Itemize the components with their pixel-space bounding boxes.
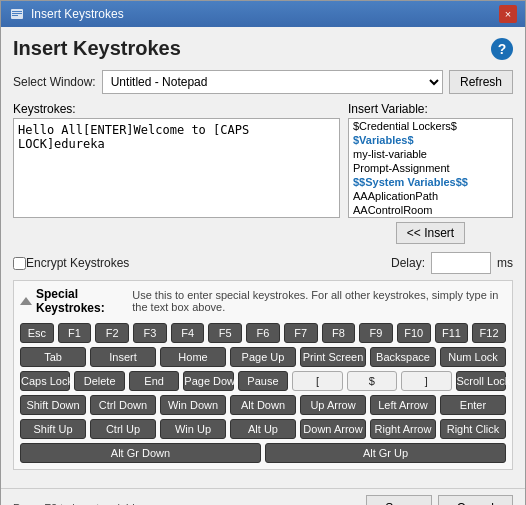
keyboard-row: TabInsertHomePage UpPrint ScreenBackspac… (20, 347, 506, 367)
variable-item[interactable]: $Variables$ (349, 133, 512, 147)
key-win-down[interactable]: Win Down (160, 395, 226, 415)
save-button[interactable]: Save (366, 495, 431, 505)
variable-item[interactable]: AAAplicationPath (349, 189, 512, 203)
key-up-arrow[interactable]: Up Arrow (300, 395, 366, 415)
key-alt-down[interactable]: Alt Down (230, 395, 296, 415)
key-home[interactable]: Home (160, 347, 226, 367)
encrypt-delay-row: Encrypt Keystrokes Delay: 0 ms (13, 252, 513, 274)
refresh-button[interactable]: Refresh (449, 70, 513, 94)
key-page-up[interactable]: Page Up (230, 347, 296, 367)
variable-item[interactable]: AAControlRoom (349, 203, 512, 217)
select-window-label: Select Window: (13, 75, 96, 89)
key-right-click[interactable]: Right Click (440, 419, 506, 439)
title-bar: Insert Keystrokes × (1, 1, 525, 27)
encrypt-label: Encrypt Keystrokes (26, 256, 129, 270)
special-title: Special Keystrokes: (36, 287, 128, 315)
insert-keystrokes-dialog: Insert Keystrokes × Insert Keystrokes ? … (0, 0, 526, 505)
triangle-icon (20, 297, 32, 305)
dialog-title-row: Insert Keystrokes ? (13, 37, 513, 60)
insert-button[interactable]: << Insert (396, 222, 465, 244)
keystrokes-label: Keystrokes: (13, 102, 340, 116)
key-num-lock[interactable]: Num Lock (440, 347, 506, 367)
variable-item[interactable]: Prompt-Assignment (349, 161, 512, 175)
delay-input[interactable]: 0 (431, 252, 491, 274)
window-select[interactable]: Untitled - Notepad (102, 70, 443, 94)
keyboard-row: Shift DownCtrl DownWin DownAlt DownUp Ar… (20, 395, 506, 415)
encrypt-checkbox[interactable] (13, 257, 26, 270)
variable-list[interactable]: $Credential Lockers$$Variables$my-list-v… (349, 119, 512, 217)
key-f8[interactable]: F8 (322, 323, 356, 343)
key-f12[interactable]: F12 (472, 323, 506, 343)
key-f1[interactable]: F1 (58, 323, 92, 343)
keyboard-row: Alt Gr DownAlt Gr Up (20, 443, 506, 463)
svg-rect-1 (12, 11, 22, 12)
key-down-arrow[interactable]: Down Arrow (300, 419, 366, 439)
key-end[interactable]: End (129, 371, 179, 391)
key-win-up[interactable]: Win Up (160, 419, 226, 439)
key-f4[interactable]: F4 (171, 323, 205, 343)
main-content: Keystrokes: Insert Variable: $Credential… (13, 102, 513, 244)
insert-btn-row: << Insert (348, 222, 513, 244)
help-button[interactable]: ? (491, 38, 513, 60)
key-shift-up[interactable]: Shift Up (20, 419, 86, 439)
svg-rect-3 (12, 15, 18, 16)
key-caps-lock[interactable]: Caps Lock (20, 371, 70, 391)
keyboard-grid: EscF1F2F3F4F5F6F7F8F9F10F11F12TabInsertH… (20, 323, 506, 463)
delay-row: Delay: 0 ms (391, 252, 513, 274)
key-f9[interactable]: F9 (359, 323, 393, 343)
key-backspace[interactable]: Backspace (370, 347, 436, 367)
key-f2[interactable]: F2 (95, 323, 129, 343)
key-$[interactable]: $ (347, 371, 397, 391)
key-scroll-lock[interactable]: Scroll Lock (456, 371, 506, 391)
key-f6[interactable]: F6 (246, 323, 280, 343)
keyboard-row: EscF1F2F3F4F5F6F7F8F9F10F11F12 (20, 323, 506, 343)
cancel-button[interactable]: Cancel (438, 495, 513, 505)
key-shift-down[interactable]: Shift Down (20, 395, 86, 415)
select-window-row: Select Window: Untitled - Notepad Refres… (13, 70, 513, 94)
key-tab[interactable]: Tab (20, 347, 86, 367)
key-alt-gr-up[interactable]: Alt Gr Up (265, 443, 506, 463)
special-desc: Use this to enter special keystrokes. Fo… (132, 289, 506, 313)
encrypt-row: Encrypt Keystrokes (13, 256, 129, 270)
key-enter[interactable]: Enter (440, 395, 506, 415)
dialog-icon (9, 6, 25, 22)
insert-variable-label: Insert Variable: (348, 102, 513, 116)
keyboard-row: Caps LockDeleteEndPage DownPause[$]Scrol… (20, 371, 506, 391)
key-alt-gr-down[interactable]: Alt Gr Down (20, 443, 261, 463)
key-][interactable]: ] (401, 371, 451, 391)
key-ctrl-up[interactable]: Ctrl Up (90, 419, 156, 439)
key-delete[interactable]: Delete (74, 371, 124, 391)
key-esc[interactable]: Esc (20, 323, 54, 343)
insert-variable-area: Insert Variable: $Credential Lockers$$Va… (348, 102, 513, 244)
variable-item[interactable]: my-list-variable (349, 147, 512, 161)
variable-list-wrap: $Credential Lockers$$Variables$my-list-v… (348, 118, 513, 218)
title-bar-text: Insert Keystrokes (31, 7, 124, 21)
delay-label: Delay: (391, 256, 425, 270)
dialog-body: Insert Keystrokes ? Select Window: Untit… (1, 27, 525, 488)
special-header: Special Keystrokes: Use this to enter sp… (20, 287, 506, 315)
delay-unit: ms (497, 256, 513, 270)
special-keystrokes-section: Special Keystrokes: Use this to enter sp… (13, 280, 513, 470)
key-f5[interactable]: F5 (208, 323, 242, 343)
variable-item[interactable]: $$System Variables$$ (349, 175, 512, 189)
key-f7[interactable]: F7 (284, 323, 318, 343)
keystrokes-textarea[interactable] (13, 118, 340, 218)
key-page-down[interactable]: Page Down (183, 371, 233, 391)
key-f3[interactable]: F3 (133, 323, 167, 343)
svg-rect-2 (12, 13, 22, 14)
key-f10[interactable]: F10 (397, 323, 431, 343)
key-pause[interactable]: Pause (238, 371, 288, 391)
key-alt-up[interactable]: Alt Up (230, 419, 296, 439)
dialog-title: Insert Keystrokes (13, 37, 181, 60)
key-[[interactable]: [ (292, 371, 342, 391)
variable-item[interactable]: $Credential Lockers$ (349, 119, 512, 133)
key-print-screen[interactable]: Print Screen (300, 347, 366, 367)
close-button[interactable]: × (499, 5, 517, 23)
key-right-arrow[interactable]: Right Arrow (370, 419, 436, 439)
key-insert[interactable]: Insert (90, 347, 156, 367)
key-left-arrow[interactable]: Left Arrow (370, 395, 436, 415)
key-f11[interactable]: F11 (435, 323, 469, 343)
key-ctrl-down[interactable]: Ctrl Down (90, 395, 156, 415)
title-bar-left: Insert Keystrokes (9, 6, 124, 22)
keyboard-row: Shift UpCtrl UpWin UpAlt UpDown ArrowRig… (20, 419, 506, 439)
